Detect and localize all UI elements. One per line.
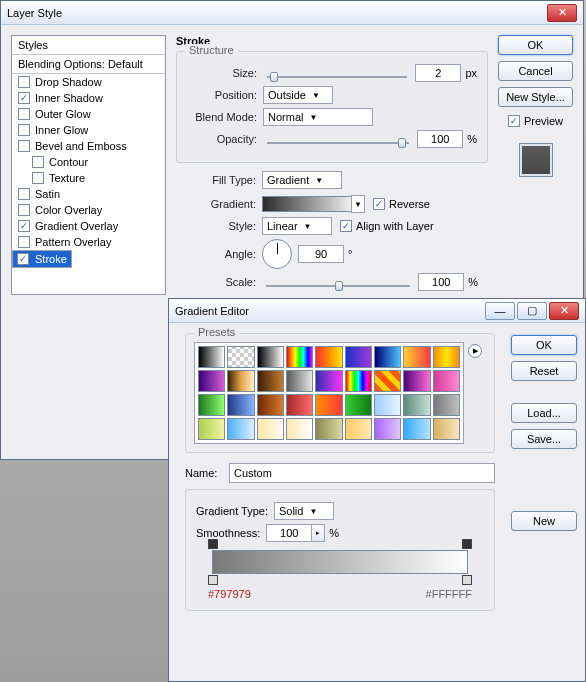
- gradient-type-select[interactable]: Solid▼: [274, 502, 334, 520]
- preset-swatch[interactable]: [286, 370, 313, 392]
- preset-swatch[interactable]: [433, 346, 460, 368]
- preset-swatch[interactable]: [345, 370, 372, 392]
- ls-titlebar[interactable]: Layer Style ✕: [1, 1, 583, 25]
- style-checkbox[interactable]: ✓: [17, 253, 29, 265]
- ge-load-button[interactable]: Load...: [511, 403, 577, 423]
- filltype-select[interactable]: Gradient▼: [262, 171, 342, 189]
- presets-menu-icon[interactable]: ▶: [468, 344, 482, 358]
- preset-swatch[interactable]: [286, 346, 313, 368]
- style-row-bevel-and-emboss[interactable]: Bevel and Emboss: [12, 138, 165, 154]
- size-input[interactable]: [415, 64, 461, 82]
- cancel-button[interactable]: Cancel: [498, 61, 573, 81]
- style-row-contour[interactable]: Contour: [12, 154, 165, 170]
- preset-swatch[interactable]: [433, 370, 460, 392]
- style-checkbox[interactable]: [18, 108, 30, 120]
- size-slider[interactable]: [263, 70, 415, 76]
- style-checkbox[interactable]: [18, 188, 30, 200]
- close-icon[interactable]: ✕: [549, 302, 579, 320]
- style-select[interactable]: Linear▼: [262, 217, 332, 235]
- style-checkbox[interactable]: ✓: [18, 92, 30, 104]
- scale-slider[interactable]: [262, 279, 418, 285]
- gradient-dropdown[interactable]: ▼: [351, 195, 365, 213]
- gradient-track[interactable]: [212, 550, 468, 574]
- preset-swatch[interactable]: [315, 394, 342, 416]
- preset-swatch[interactable]: [433, 394, 460, 416]
- style-row-pattern-overlay[interactable]: Pattern Overlay: [12, 234, 165, 250]
- smoothness-input[interactable]: [266, 524, 312, 542]
- gradient-preview[interactable]: [262, 196, 352, 212]
- style-checkbox[interactable]: ✓: [18, 220, 30, 232]
- preset-swatch[interactable]: [315, 370, 342, 392]
- style-row-satin[interactable]: Satin: [12, 186, 165, 202]
- preset-swatch[interactable]: [374, 418, 401, 440]
- style-row-gradient-overlay[interactable]: ✓Gradient Overlay: [12, 218, 165, 234]
- style-row-drop-shadow[interactable]: Drop Shadow: [12, 74, 165, 90]
- style-row-outer-glow[interactable]: Outer Glow: [12, 106, 165, 122]
- preset-swatch[interactable]: [257, 370, 284, 392]
- align-checkbox[interactable]: ✓: [340, 220, 352, 232]
- angle-wheel[interactable]: [262, 239, 292, 269]
- opacity-slider[interactable]: [263, 136, 417, 142]
- ge-titlebar[interactable]: Gradient Editor — ▢ ✕: [169, 299, 585, 323]
- style-row-color-overlay[interactable]: Color Overlay: [12, 202, 165, 218]
- minimize-icon[interactable]: —: [485, 302, 515, 320]
- name-input[interactable]: [229, 463, 495, 483]
- style-row-texture[interactable]: Texture: [12, 170, 165, 186]
- preset-swatch[interactable]: [257, 346, 284, 368]
- preset-swatch[interactable]: [198, 394, 225, 416]
- new-style-button[interactable]: New Style...: [498, 87, 573, 107]
- color-stop-left[interactable]: [208, 575, 218, 585]
- style-checkbox[interactable]: [18, 204, 30, 216]
- preset-swatch[interactable]: [227, 418, 254, 440]
- preset-swatch[interactable]: [403, 394, 430, 416]
- opacity-stop-left[interactable]: [208, 539, 218, 549]
- close-icon[interactable]: ✕: [547, 4, 577, 22]
- preset-swatch[interactable]: [403, 346, 430, 368]
- preset-swatch[interactable]: [257, 418, 284, 440]
- style-row-inner-shadow[interactable]: ✓Inner Shadow: [12, 90, 165, 106]
- blendmode-select[interactable]: Normal▼: [263, 108, 373, 126]
- style-checkbox[interactable]: [18, 76, 30, 88]
- preset-swatch[interactable]: [198, 418, 225, 440]
- preset-swatch[interactable]: [227, 370, 254, 392]
- ge-ok-button[interactable]: OK: [511, 335, 577, 355]
- style-row-inner-glow[interactable]: Inner Glow: [12, 122, 165, 138]
- styles-header[interactable]: Styles: [12, 36, 165, 55]
- preset-swatch[interactable]: [374, 394, 401, 416]
- ge-save-button[interactable]: Save...: [511, 429, 577, 449]
- angle-input[interactable]: [298, 245, 344, 263]
- style-checkbox[interactable]: [18, 140, 30, 152]
- preset-swatch[interactable]: [315, 418, 342, 440]
- opacity-stop-right[interactable]: [462, 539, 472, 549]
- position-select[interactable]: Outside▼: [263, 86, 333, 104]
- preset-swatch[interactable]: [227, 346, 254, 368]
- ge-new-button[interactable]: New: [511, 511, 577, 531]
- preset-swatch[interactable]: [403, 418, 430, 440]
- style-checkbox[interactable]: [32, 172, 44, 184]
- preset-swatch[interactable]: [345, 418, 372, 440]
- style-checkbox[interactable]: [18, 124, 30, 136]
- blending-options-row[interactable]: Blending Options: Default: [12, 55, 165, 74]
- ok-button[interactable]: OK: [498, 35, 573, 55]
- preset-swatch[interactable]: [374, 346, 401, 368]
- color-stop-right[interactable]: [462, 575, 472, 585]
- preset-swatch[interactable]: [374, 370, 401, 392]
- opacity-input[interactable]: [417, 130, 463, 148]
- preset-swatch[interactable]: [403, 370, 430, 392]
- preview-checkbox[interactable]: ✓: [508, 115, 520, 127]
- reverse-checkbox[interactable]: ✓: [373, 198, 385, 210]
- preset-swatch[interactable]: [198, 370, 225, 392]
- preset-swatch[interactable]: [227, 394, 254, 416]
- preset-swatch[interactable]: [198, 346, 225, 368]
- preset-swatch[interactable]: [286, 394, 313, 416]
- smoothness-menu-icon[interactable]: ▸: [311, 524, 325, 542]
- preset-swatch[interactable]: [345, 394, 372, 416]
- style-checkbox[interactable]: [32, 156, 44, 168]
- preset-swatch[interactable]: [315, 346, 342, 368]
- scale-input[interactable]: [418, 273, 464, 291]
- preset-swatch[interactable]: [286, 418, 313, 440]
- preset-swatch[interactable]: [345, 346, 372, 368]
- ge-reset-button[interactable]: Reset: [511, 361, 577, 381]
- preset-swatch[interactable]: [433, 418, 460, 440]
- style-row-stroke[interactable]: ✓Stroke: [12, 250, 72, 268]
